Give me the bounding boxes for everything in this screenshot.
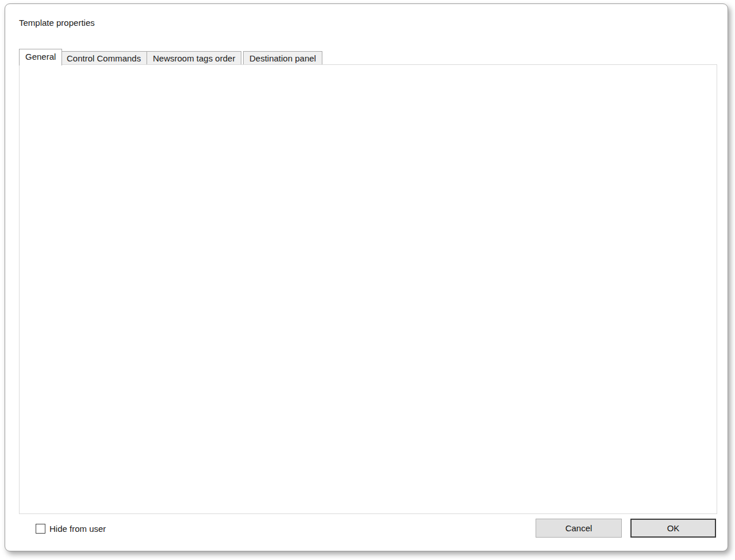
general-tab-panel	[19, 64, 717, 514]
tab-control-commands[interactable]: Control Commands	[60, 51, 147, 65]
tab-newsroom-tags-order[interactable]: Newsroom tags order	[147, 51, 241, 65]
window-title: Template properties	[19, 18, 95, 28]
tab-destination-panel[interactable]: Destination panel	[243, 51, 322, 65]
cancel-button[interactable]: Cancel	[536, 519, 622, 538]
ok-button[interactable]: OK	[630, 519, 716, 538]
hide-from-user-checkbox[interactable]	[36, 524, 45, 534]
tab-general[interactable]: General	[19, 49, 62, 65]
hide-from-user-label: Hide from user	[49, 524, 106, 534]
template-properties-dialog: Template properties General Control Comm…	[0, 0, 735, 560]
